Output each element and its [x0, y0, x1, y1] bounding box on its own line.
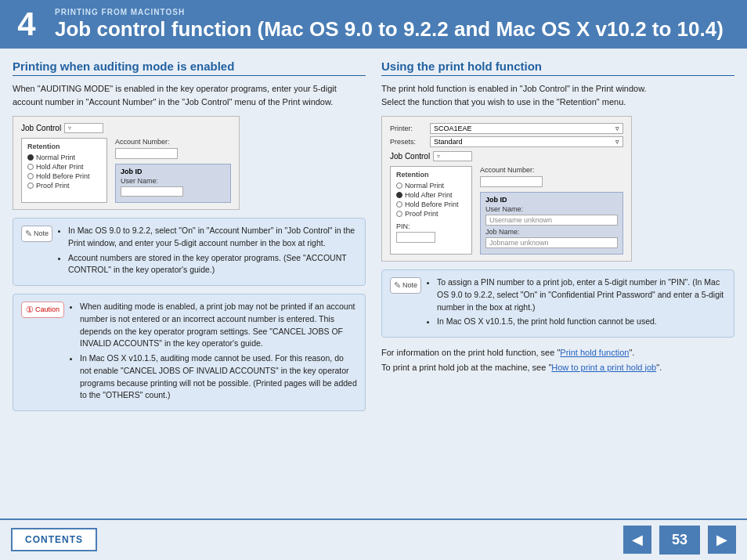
username-placeholder-right: Username unknown — [485, 215, 618, 226]
radio-label-holdafter-left: Hold After Print — [36, 163, 84, 171]
next-page-button[interactable]: ▶ — [708, 526, 736, 554]
left-dialog: Job Control ▿ Retention Normal Print Hol… — [13, 116, 240, 210]
retention-title-right: Retention — [396, 171, 466, 179]
pin-input-right[interactable] — [396, 232, 435, 243]
jobid-title-left: Job ID — [121, 168, 226, 175]
account-label-right: Account Number: — [480, 166, 623, 174]
radio-holdbefore-left — [27, 173, 34, 179]
link-line-1-post: ". — [629, 348, 634, 357]
link-line-1-pre: For information on the print hold functi… — [381, 348, 560, 357]
radio-hold-after-left: Hold After Print — [27, 163, 101, 171]
header-text-block: PRINTING FROM MACINTOSH Job control func… — [55, 8, 724, 41]
caution-item-2-left: In Mac OS X v10.1.5, auditing mode canno… — [80, 352, 357, 402]
caution-label-left: Caution — [35, 305, 60, 316]
note-item-1-right: To assign a PIN number to a print job, e… — [437, 276, 726, 313]
left-column: Printing when auditing mode is enabled W… — [13, 60, 366, 511]
print-hold-function-link[interactable]: Print hold function — [560, 348, 629, 357]
presets-row: Presets: Standard ▿ — [390, 136, 623, 147]
jobid-title-right: Job ID — [485, 196, 618, 204]
radio-holdafter-left — [27, 164, 34, 170]
presets-value[interactable]: Standard ▿ — [430, 136, 623, 147]
retention-group-left: Retention Normal Print Hold After Print … — [21, 138, 107, 203]
username-label-right: User Name: — [485, 205, 618, 213]
note-badge-left: ✎ Note — [21, 226, 52, 242]
printer-dropdown-icon: ▿ — [615, 125, 619, 132]
dialog-body-left: Retention Normal Print Hold After Print … — [21, 138, 231, 203]
page-number: 53 — [659, 526, 700, 555]
chapter-number: 4 — [8, 8, 45, 41]
radio-label-proof-right: Proof Print — [405, 210, 438, 218]
caution-item-1-left: When auditing mode is enabled, a print j… — [80, 301, 357, 350]
jobid-box-left: Job ID User Name: — [115, 164, 231, 203]
link-line-2-post: ". — [656, 363, 662, 372]
printer-name: SCOA1EAE — [434, 125, 472, 132]
presets-dropdown-icon: ▿ — [615, 138, 619, 146]
radio-proof-left: Proof Print — [27, 182, 101, 190]
printer-value[interactable]: SCOA1EAE ▿ — [430, 123, 623, 134]
pin-section-right: PIN: — [396, 222, 466, 243]
radio-label-holdafter-right: Hold After Print — [405, 191, 453, 199]
left-section-title: Printing when auditing mode is enabled — [13, 60, 366, 76]
retention-group-right: Retention Normal Print Hold After Print … — [390, 166, 472, 255]
right-column: Using the print hold function The print … — [381, 60, 734, 511]
radio-proof-circle-right — [396, 211, 402, 217]
radio-holdafter-circle-right — [396, 192, 402, 198]
nav-section: ◀ 53 ▶ — [623, 526, 736, 555]
main-content: Printing when auditing mode is enabled W… — [0, 49, 747, 518]
account-section-right: Account Number: Job ID User Name: Userna… — [480, 166, 623, 255]
username-label-left: User Name: — [121, 177, 226, 185]
page-header: 4 PRINTING FROM MACINTOSH Job control fu… — [0, 0, 747, 49]
note-box-right: ✎ Note To assign a PIN number to a print… — [381, 269, 734, 338]
left-body-text: When "AUDITING MODE" is enabled in the k… — [13, 82, 366, 108]
pencil-icon-left: ✎ — [25, 227, 32, 240]
jobid-box-right: Job ID User Name: Username unknown Job N… — [480, 192, 623, 255]
link-line-2: To print a print hold job at the machine… — [381, 360, 734, 375]
printer-label: Printer: — [390, 125, 425, 132]
radio-normal-print-left: Normal Print — [27, 154, 101, 161]
radio-normal-circle-right — [396, 182, 402, 189]
radio-label-normal-right: Normal Print — [405, 182, 444, 190]
radio-proof-left-circle — [27, 182, 34, 189]
printer-row: Printer: SCOA1EAE ▿ — [390, 123, 623, 134]
account-input-left[interactable] — [115, 148, 178, 159]
username-input-left[interactable] — [121, 186, 183, 197]
jobcontrol-header-right: Job Control ▿ — [390, 151, 623, 161]
presets-name: Standard — [434, 138, 463, 146]
radio-proof-right: Proof Print — [396, 210, 466, 218]
right-section-title: Using the print hold function — [381, 60, 734, 76]
prev-page-button[interactable]: ◀ — [623, 526, 651, 554]
radio-label-holdbefore-right: Hold Before Print — [405, 201, 459, 208]
dialog-header-left: Job Control ▿ — [21, 123, 231, 133]
caution-icon-left: ① Caution — [21, 301, 64, 404]
note-item-2-left: Account numbers are stored in the key op… — [68, 252, 357, 277]
note-box-left: ✎ Note In Mac OS 9.0 to 9.2.2, select "O… — [13, 218, 366, 286]
note-item-1-left: In Mac OS 9.0 to 9.2.2, select "On" in "… — [68, 225, 357, 250]
how-to-print-link[interactable]: How to print a print hold job — [551, 363, 656, 372]
radio-label-proof-left: Proof Print — [36, 182, 70, 190]
radio-hold-before-right: Hold Before Print — [396, 201, 466, 208]
radio-label-holdbefore-left: Hold Before Print — [36, 172, 90, 180]
radio-hold-after-right: Hold After Print — [396, 191, 466, 199]
contents-button[interactable]: CONTENTS — [11, 528, 97, 551]
account-label-left: Account Number: — [115, 138, 231, 146]
dialog-body-right: Retention Normal Print Hold After Print … — [390, 166, 623, 255]
radio-hold-before-left: Hold Before Print — [27, 172, 101, 180]
note-icon-right: ✎ Note — [390, 276, 421, 331]
pencil-icon-right: ✎ — [394, 279, 401, 292]
presets-label: Presets: — [390, 138, 425, 146]
note-icon-left: ✎ Note — [21, 225, 52, 279]
header-title: Job control function (Mac OS 9.0 to 9.2.… — [55, 18, 724, 41]
jobcontrol-label-left: Job Control — [21, 124, 61, 132]
jobcontrol-dropdown-right[interactable]: ▿ — [433, 151, 472, 161]
note-content-right: To assign a PIN number to a print job, e… — [428, 276, 726, 331]
link-line-2-pre: To print a print hold job at the machine… — [381, 363, 551, 372]
note-item-2-right: In Mac OS X v10.1.5, the print hold func… — [437, 316, 726, 328]
note-label-left: Note — [34, 229, 49, 240]
caution-content-left: When auditing mode is enabled, a print j… — [70, 301, 357, 404]
jobcontrol-dropdown-left[interactable]: ▿ — [64, 123, 103, 133]
jobname-placeholder-right: Jobname unknown — [485, 237, 618, 248]
header-subtitle: PRINTING FROM MACINTOSH — [55, 8, 724, 16]
radio-normal-right: Normal Print — [396, 182, 466, 190]
retention-title-left: Retention — [27, 143, 101, 150]
account-input-right[interactable] — [480, 176, 543, 187]
